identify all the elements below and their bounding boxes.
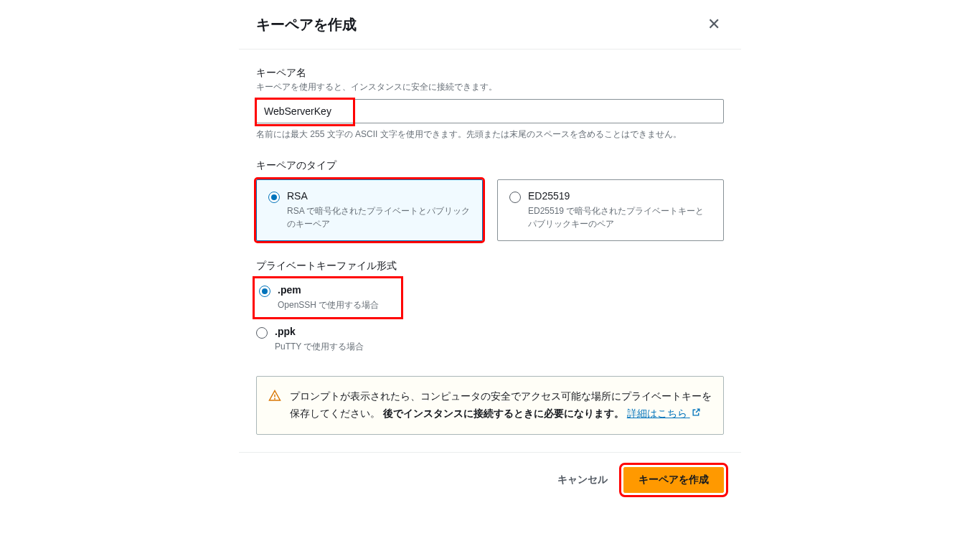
name-description: キーペアを使用すると、インスタンスに安全に接続できます。 — [256, 81, 724, 93]
type-label: キーペアのタイプ — [256, 159, 724, 172]
rsa-desc: RSA で暗号化されたプライベートとパブリックのキーペア — [287, 204, 471, 230]
learn-more-label: 詳細はこちら — [627, 408, 687, 419]
learn-more-link[interactable]: 詳細はこちら — [627, 408, 701, 419]
keyfile-format-group: プライベートキーファイル形式 .pem OpenSSH で使用する場合 .ppk… — [256, 260, 724, 357]
create-keypair-modal: キーペアを作成 ✕ キーペア名 キーペアを使用すると、インスタンスに安全に接続で… — [239, 0, 741, 500]
pem-desc: OpenSSH で使用する場合 — [278, 298, 397, 311]
close-icon: ✕ — [707, 15, 720, 34]
warning-icon — [268, 390, 281, 423]
rsa-title: RSA — [287, 190, 308, 202]
name-label: キーペア名 — [256, 67, 724, 80]
modal-title: キーペアを作成 — [256, 15, 357, 34]
radio-content: .ppk PuTTY で使用する場合 — [275, 326, 724, 353]
save-key-alert: プロンプトが表示されたら、コンピュータの安全でアクセス可能な場所にプライベートキ… — [256, 376, 724, 435]
type-radio-row: RSA RSA で暗号化されたプライベートとパブリックのキーペア ED25519… — [256, 179, 724, 241]
ed25519-desc: ED25519 で暗号化されたプライベートキーとパブリックキーのペア — [528, 204, 712, 230]
keypair-name-input[interactable] — [256, 99, 724, 123]
alert-bold: 後でインスタンスに接続するときに必要になります。 — [383, 408, 624, 419]
name-input-wrapper — [256, 99, 724, 123]
modal-header: キーペアを作成 ✕ — [239, 0, 741, 50]
ppk-desc: PuTTY で使用する場合 — [275, 340, 724, 353]
radio-content: RSA RSA で暗号化されたプライベートとパブリックのキーペア — [287, 190, 471, 230]
radio-rsa[interactable]: RSA RSA で暗号化されたプライベートとパブリックのキーペア — [256, 179, 483, 241]
cancel-button[interactable]: キャンセル — [555, 468, 611, 492]
modal-body: キーペア名 キーペアを使用すると、インスタンスに安全に接続できます。 名前には最… — [239, 50, 741, 452]
radio-ppk[interactable]: .ppk PuTTY で使用する場合 — [256, 321, 724, 357]
alert-text: プロンプトが表示されたら、コンピュータの安全でアクセス可能な場所にプライベートキ… — [290, 388, 712, 423]
radio-ed25519[interactable]: ED25519 ED25519 で暗号化されたプライベートキーとパブリックキーの… — [497, 179, 724, 241]
ed25519-title: ED25519 — [528, 190, 570, 202]
radio-icon — [509, 192, 521, 203]
pem-title: .pem — [278, 284, 301, 296]
radio-pem[interactable]: .pem OpenSSH で使用する場合 — [256, 280, 400, 316]
keypair-name-group: キーペア名 キーペアを使用すると、インスタンスに安全に接続できます。 名前には最… — [256, 67, 724, 141]
ppk-title: .ppk — [275, 326, 296, 337]
format-label: プライベートキーファイル形式 — [256, 260, 724, 273]
modal-footer: キャンセル キーペアを作成 — [239, 452, 741, 500]
radio-icon — [256, 327, 268, 339]
keypair-type-group: キーペアのタイプ RSA RSA で暗号化されたプライベートとパブリックのキーペ… — [256, 159, 724, 241]
close-button[interactable]: ✕ — [704, 14, 724, 34]
radio-content: ED25519 ED25519 で暗号化されたプライベートキーとパブリックキーの… — [528, 190, 712, 230]
radio-content: .pem OpenSSH で使用する場合 — [278, 284, 397, 311]
name-hint: 名前には最大 255 文字の ASCII 文字を使用できます。先頭または末尾のス… — [256, 128, 724, 141]
create-keypair-button[interactable]: キーペアを作成 — [623, 467, 724, 493]
external-link-icon — [692, 408, 701, 419]
radio-icon — [268, 192, 280, 203]
radio-icon — [259, 286, 270, 297]
svg-point-1 — [275, 398, 275, 399]
